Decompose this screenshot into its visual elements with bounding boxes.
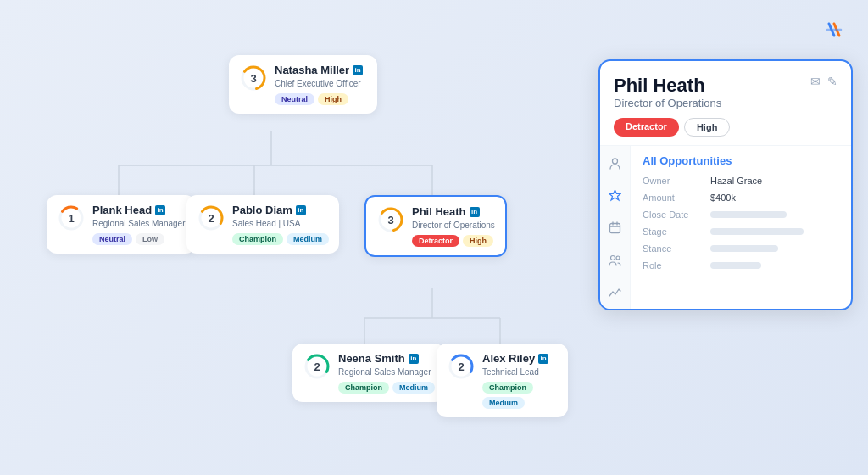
badge-medium: Medium: [392, 382, 435, 394]
detail-panel: Phil Heath Director of Operations Detrac…: [598, 59, 853, 310]
badge-champion: Champion: [338, 382, 389, 394]
detail-sidebar: [600, 146, 631, 309]
detail-header: Phil Heath Director of Operations Detrac…: [600, 61, 851, 145]
svg-point-21: [613, 159, 618, 164]
card-phil[interactable]: 3 Phil Heath in Director of Operations D…: [364, 195, 507, 257]
app-logo: [819, 15, 849, 46]
row-owner: Owner Hazal Grace: [643, 176, 839, 186]
badge-high: High: [318, 93, 348, 105]
opportunities-icon[interactable]: [605, 185, 626, 205]
card-neena[interactable]: 2 Neena Smith in Regional Sales Manager …: [292, 344, 445, 402]
row-amount: Amount $400k: [643, 193, 839, 203]
svg-point-26: [611, 255, 615, 260]
card-alex[interactable]: 2 Alex Riley in Technical Lead Champion …: [437, 344, 568, 417]
card-ceo[interactable]: 3 Natasha Miller in Chief Executive Offi…: [229, 55, 377, 114]
badge-low: Low: [136, 233, 164, 245]
linkedin-icon: in: [155, 205, 165, 215]
detail-body: All Opportunities Owner Hazal Grace Amou…: [600, 145, 851, 309]
row-closedate: Close Date: [643, 210, 839, 220]
badge-high: High: [463, 235, 493, 247]
card-plank[interactable]: 1 Plank Head in Regional Sales Manager N…: [47, 195, 196, 254]
linkedin-icon: in: [296, 205, 306, 215]
detail-badge-high: High: [684, 118, 730, 137]
placeholder-role: [710, 262, 761, 269]
row-stance: Stance: [643, 243, 839, 254]
placeholder-stance: [710, 245, 778, 252]
linkedin-icon: in: [353, 65, 363, 75]
linkedin-icon: in: [409, 354, 419, 364]
linkedin-icon: in: [470, 207, 480, 217]
detail-name: Phil Heath: [614, 75, 730, 97]
section-title: All Opportunities: [643, 154, 839, 167]
alex-score: 2: [447, 352, 476, 381]
svg-point-27: [616, 256, 620, 260]
label-owner: Owner: [643, 176, 710, 186]
card-pablo[interactable]: 2 Pablo Diam in Sales Head | USA Champio…: [186, 195, 339, 254]
phil-score: 3: [376, 205, 405, 234]
email-icon[interactable]: ✉: [810, 75, 821, 88]
svg-rect-22: [610, 223, 620, 232]
badge-medium: Medium: [482, 397, 525, 409]
pablo-score: 2: [197, 204, 225, 232]
detail-badge-detractor: Detractor: [614, 118, 679, 137]
detail-content: All Opportunities Owner Hazal Grace Amou…: [631, 146, 851, 309]
detail-action-icons: ✉ ✎: [810, 75, 837, 88]
badge-champion: Champion: [232, 233, 283, 245]
edit-icon[interactable]: ✎: [827, 75, 837, 88]
plank-score: 1: [57, 204, 86, 232]
team-icon[interactable]: [605, 249, 626, 270]
label-role: Role: [643, 260, 710, 271]
badge-detractor: Detractor: [412, 235, 459, 247]
badge-neutral: Neutral: [92, 233, 132, 245]
org-chart: 3 Natasha Miller in Chief Executive Offi…: [0, 0, 542, 475]
detail-title: Director of Operations: [614, 97, 730, 109]
calendar-icon[interactable]: [605, 217, 626, 238]
ceo-score: 3: [239, 64, 268, 92]
label-stance: Stance: [643, 243, 710, 254]
value-owner: Hazal Grace: [710, 176, 762, 186]
row-stage: Stage: [643, 226, 839, 237]
label-stage: Stage: [643, 226, 710, 237]
badge-neutral: Neutral: [275, 93, 314, 105]
badge-champion: Champion: [482, 382, 533, 394]
label-closedate: Close Date: [643, 210, 710, 220]
label-amount: Amount: [643, 193, 710, 203]
badge-medium: Medium: [287, 233, 329, 245]
placeholder-stage: [710, 228, 804, 235]
chart-icon[interactable]: [605, 282, 626, 302]
row-role: Role: [643, 260, 839, 271]
neena-score: 2: [303, 352, 331, 381]
linkedin-icon: in: [538, 354, 548, 364]
contact-icon[interactable]: [605, 153, 626, 173]
placeholder-closedate: [710, 211, 787, 218]
value-amount: $400k: [710, 193, 736, 203]
